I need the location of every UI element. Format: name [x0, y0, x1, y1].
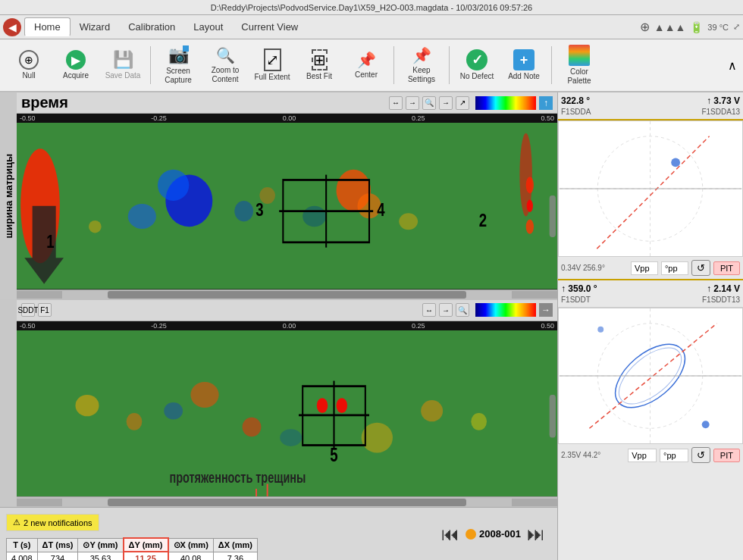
viz-forward-btn[interactable]: → — [406, 96, 419, 110]
menu-wizard[interactable]: Wizard — [71, 18, 119, 36]
rp-pp-input[interactable] — [661, 261, 688, 275]
scroll-left-area-b — [17, 499, 62, 506]
menu-calibration[interactable]: Calibration — [119, 18, 184, 36]
rp-refresh-btn[interactable]: ↺ — [691, 260, 710, 276]
data-table: T (s) ΔT (ms) ⊙Y (mm) ΔY (mm) ⊙X (mm) ΔX… — [6, 537, 258, 560]
add-note-button[interactable]: + Add Note — [501, 42, 547, 88]
battery-icon: 🔋 — [690, 21, 703, 33]
col-header-cx: ⊙X (mm) — [168, 538, 214, 552]
separator-3 — [449, 46, 450, 84]
keep-settings-button[interactable]: 📌 KeepSettings — [399, 42, 444, 88]
viz-bottom-header: SDDT F1 ↔ → 🔍 → — [17, 300, 557, 321]
null-icon: ⊕ — [19, 50, 39, 70]
tab-f1[interactable]: F1 — [38, 303, 52, 317]
color-palette-button[interactable]: ColorPalette — [556, 42, 602, 88]
scroll-left-area — [17, 291, 62, 299]
viz-top-main: время ↔ → 🔍 → ↗ ↑ -0.50 -0.25 0.00 0.25 — [17, 92, 557, 300]
toolbar: ⊕ Null ▶ Acquire 💾 Save Data 📷 ScreenCap… — [0, 39, 743, 92]
scroll-up-btn[interactable]: ↑ — [539, 96, 553, 110]
back-button[interactable]: ◀ — [3, 18, 21, 36]
viz-bottom-main: SDDT F1 ↔ → 🔍 → -0.50 -0.25 0.00 0.25 0 — [17, 300, 557, 508]
acquire-icon: ▶ — [66, 50, 86, 70]
svg-point-60 — [597, 327, 603, 333]
gps-icon: ⊕ — [640, 20, 650, 34]
menu-layout[interactable]: Layout — [184, 18, 232, 36]
svg-point-3 — [158, 170, 189, 201]
svg-rect-24 — [550, 196, 556, 237]
toolbar-collapse-btn[interactable]: ∧ — [728, 58, 737, 73]
no-defect-button[interactable]: ✓ No Defect — [454, 42, 500, 88]
viz-top-scrollbar[interactable] — [17, 289, 557, 300]
time-label: время — [21, 94, 68, 111]
notifications-button[interactable]: ⚠ 2 new notifications — [6, 514, 99, 531]
center-button[interactable]: 📌 Center — [343, 42, 389, 88]
keep-settings-icon: 📌 — [412, 46, 431, 64]
viz-next-btn[interactable]: → — [439, 96, 453, 110]
scroll-right-btn-bottom[interactable]: → — [539, 303, 553, 317]
data-table-area: ⚠ 2 new notifications T (s) ΔT (ms) ⊙Y (… — [0, 507, 557, 560]
signal-icon: ▲▲▲ — [654, 21, 686, 33]
annotation-line — [256, 489, 257, 496]
color-palette-label: ColorPalette — [567, 67, 591, 86]
acquire-button[interactable]: ▶ Acquire — [53, 42, 99, 88]
center-label: Center — [355, 70, 378, 80]
rp-vpp-input[interactable] — [631, 261, 658, 275]
viz-bottom-zoom-btn[interactable]: 🔍 — [456, 303, 469, 317]
scroll-right-area-b — [512, 499, 557, 506]
nav-next-next-button[interactable]: ⏭ — [527, 524, 545, 545]
nav-id-text: 2008-001 — [479, 528, 521, 540]
rp-pp-input-2[interactable] — [660, 449, 688, 462]
svg-point-26 — [76, 394, 99, 415]
svg-point-34 — [337, 398, 347, 413]
rp-vpp-input-2[interactable] — [628, 449, 657, 462]
viz-zoom2-btn[interactable]: ↗ — [456, 96, 469, 110]
full-extent-button[interactable]: ⤢ Full Extent — [249, 42, 295, 88]
viz-pan-btn[interactable]: ↔ — [389, 96, 403, 110]
cell-cy: 35.63 — [78, 552, 124, 560]
rp-bottom-labels: F1SDDT F1SDDT13 — [561, 296, 740, 304]
main-content: ширина матрицы время ↔ → 🔍 → ↗ ↑ - — [0, 92, 743, 560]
zoom-to-content-button[interactable]: 🔍 Zoom toContent — [202, 42, 248, 88]
rp-angle-value: 322.8 ° — [561, 95, 590, 106]
rp-top-chart-svg — [559, 121, 742, 256]
rp-pit-btn[interactable]: PIT — [713, 261, 740, 275]
col-header-t: T (s) — [7, 538, 38, 552]
scrollbar-thumb-top[interactable] — [108, 291, 466, 299]
svg-point-9 — [526, 220, 534, 234]
best-fit-button[interactable]: ⊞ Best Fit — [296, 42, 342, 88]
screen-capture-label: ScreenCapture — [165, 67, 192, 85]
best-fit-icon: ⊞ — [312, 49, 328, 70]
rp-pit-btn-2[interactable]: PIT — [713, 449, 740, 462]
rp-bottom-chart — [558, 308, 743, 444]
zoom-label: Zoom toContent — [212, 66, 240, 84]
viz-bottom-scrollbar[interactable] — [17, 496, 557, 507]
add-note-icon: + — [513, 49, 535, 70]
rp-bottom-label2: F1SDDT13 — [702, 296, 740, 304]
rp-refresh-btn-2[interactable]: ↺ — [691, 447, 710, 463]
tab-sddt[interactable]: SDDT — [21, 303, 35, 317]
viz-zoom-btn[interactable]: 🔍 — [422, 96, 436, 110]
nav-prev-prev-button[interactable]: ⏮ — [441, 524, 459, 545]
full-extent-icon: ⤢ — [264, 48, 281, 71]
nav-status-dot — [466, 529, 476, 540]
menu-home[interactable]: Home — [24, 17, 71, 36]
rp-bottom-values: ↑ 359.0 ° ↑ 2.14 V — [561, 283, 740, 294]
heatmap-top[interactable]: 1 2 3 4 — [17, 123, 557, 289]
menu-current-view[interactable]: Current View — [232, 18, 307, 36]
rp-bottom-value-label2: 2.35V 44.2° — [561, 451, 600, 459]
col-header-dt: ΔT (ms) — [37, 538, 78, 552]
col-header-dy: ΔY (mm) — [124, 538, 168, 552]
save-data-button[interactable]: 💾 Save Data — [100, 42, 146, 88]
svg-point-27 — [127, 413, 143, 430]
no-defect-icon: ✓ — [466, 49, 487, 70]
screen-capture-button[interactable]: 📷 ScreenCapture — [155, 42, 201, 88]
heatmap-bottom[interactable]: 5 протяженность трещины — [17, 330, 557, 497]
add-note-label: Add Note — [508, 72, 540, 81]
acquire-label: Acquire — [63, 71, 89, 80]
null-button[interactable]: ⊕ Null — [6, 42, 52, 88]
svg-point-7 — [526, 177, 534, 193]
svg-point-41 — [280, 429, 302, 446]
scrollbar-thumb-bottom[interactable] — [108, 499, 466, 506]
viz-bottom-forward-btn[interactable]: → — [439, 303, 453, 317]
viz-bottom-pan-btn[interactable]: ↔ — [422, 303, 436, 317]
